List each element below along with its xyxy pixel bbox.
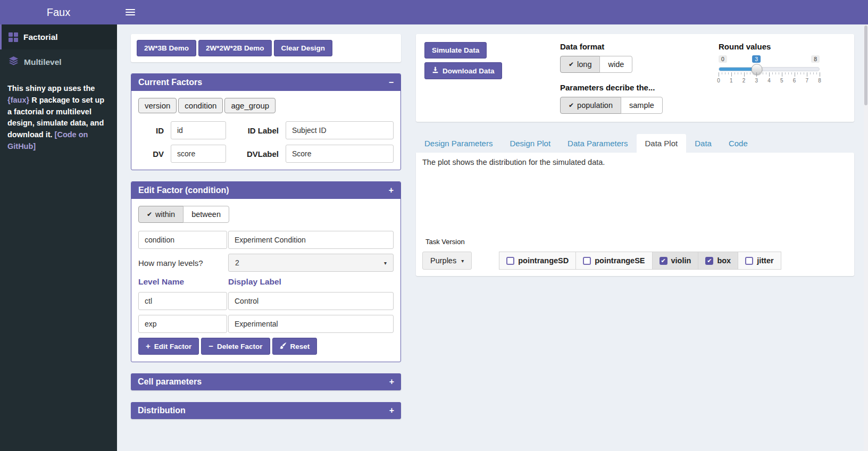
factor-name-row xyxy=(138,231,394,249)
tab-data[interactable]: Data xyxy=(686,134,720,153)
field-label: ID xyxy=(138,126,164,135)
checkbox-icon: ✔ xyxy=(660,257,667,265)
design-demo-button[interactable]: Clear Design xyxy=(274,40,333,56)
field-input[interactable] xyxy=(171,145,226,163)
box-title: Edit Factor (condition) xyxy=(138,186,229,195)
tab-code[interactable]: Code xyxy=(720,134,756,153)
params-describe-toggle: ✔populationsample xyxy=(560,97,663,114)
round-values-slider[interactable]: 0 3 8 012345678 xyxy=(719,67,820,84)
tab-design-plot[interactable]: Design Plot xyxy=(501,134,559,153)
sidebar-item-factorial[interactable]: Factorial xyxy=(0,24,117,49)
check-icon: ✔ xyxy=(147,211,152,218)
design-demo-button[interactable]: 2W*2W*2B Demo xyxy=(198,40,272,56)
download-icon xyxy=(432,66,439,75)
checkbox-pointrangeSD[interactable]: pointrangeSD xyxy=(499,252,576,270)
level-row xyxy=(138,292,394,310)
sidebar-about-text: This shiny app uses the {faux} R package… xyxy=(0,74,117,161)
slider-tick-label: 3 xyxy=(755,78,758,83)
slider-minor-tick xyxy=(791,72,792,74)
level-label-input[interactable] xyxy=(228,315,394,333)
slider-minor-tick xyxy=(728,72,729,74)
level-rows xyxy=(138,292,394,333)
grid-icon xyxy=(9,32,18,42)
sidebar-item-multilevel[interactable]: Multilevel xyxy=(0,49,117,74)
toggle-type-within[interactable]: ✔within xyxy=(138,206,183,223)
level-name-input[interactable] xyxy=(138,292,227,310)
toggle-format-wide[interactable]: wide xyxy=(599,56,632,73)
palette-select[interactable]: Purples ▾ xyxy=(422,252,472,270)
data-column: Simulate Data Download Data Data format … xyxy=(416,34,854,276)
field-input[interactable] xyxy=(171,121,226,139)
toggle-params-sample[interactable]: sample xyxy=(621,97,663,114)
levels-count-select[interactable]: 2 ▾ xyxy=(228,254,394,272)
checkbox-box[interactable]: ✔box xyxy=(698,252,738,270)
brush-icon xyxy=(280,342,287,350)
layers-icon xyxy=(9,56,19,68)
checkbox-jitter[interactable]: jitter xyxy=(738,252,781,270)
factor-label-input[interactable] xyxy=(228,231,394,249)
plus-icon: + xyxy=(146,342,151,350)
minus-icon: − xyxy=(208,342,213,350)
plot-layer-checkbox-group: pointrangeSDpointrangeSE✔violin✔boxjitte… xyxy=(499,252,781,270)
reset-button[interactable]: Reset xyxy=(272,338,318,355)
slider-tick xyxy=(719,72,719,77)
slider-tick xyxy=(820,72,820,77)
sidebar-toggle-icon[interactable] xyxy=(117,0,144,24)
checkbox-violin[interactable]: ✔violin xyxy=(652,252,699,270)
data-format-label: Data format xyxy=(560,42,693,51)
slider-minor-tick xyxy=(804,72,804,74)
slider-max-label: 8 xyxy=(811,55,820,63)
legend-title: Task Version xyxy=(425,238,465,246)
id-dv-grid: IDID LabelDVDVLabel xyxy=(138,121,394,163)
slider-minor-tick xyxy=(797,72,798,74)
slider-tick xyxy=(756,72,757,77)
collapse-minus-icon[interactable]: − xyxy=(389,78,394,87)
level-row xyxy=(138,315,394,333)
page-scrollbar[interactable] xyxy=(864,24,868,451)
collapse-plus-icon[interactable]: + xyxy=(389,186,394,195)
edit-factor-header: Edit Factor (condition) + xyxy=(131,182,400,199)
level-name-input[interactable] xyxy=(138,315,227,333)
plot-controls-row: Purples ▾ pointrangeSDpointrangeSE✔violi… xyxy=(422,252,848,270)
faux-package-link[interactable]: {faux} xyxy=(7,96,29,104)
simulate-data-button[interactable]: Simulate Data xyxy=(424,42,487,59)
design-demo-button[interactable]: 2W*3B Demo xyxy=(137,40,196,56)
display-label-header: Display Label xyxy=(228,277,281,287)
slider-tick-label: 2 xyxy=(742,78,746,83)
field-input[interactable] xyxy=(286,121,394,139)
chevron-down-icon: ▾ xyxy=(384,260,387,266)
tab-data-parameters[interactable]: Data Parameters xyxy=(559,134,636,153)
download-data-button[interactable]: Download Data xyxy=(424,62,502,79)
slider-minor-tick xyxy=(747,72,747,74)
slider-track[interactable] xyxy=(719,67,820,71)
cell-parameters-box[interactable]: Cell parameters + xyxy=(131,373,401,390)
scrollbar-thumb[interactable] xyxy=(864,26,867,105)
slider-minor-tick xyxy=(775,72,776,74)
demo-buttons-box: 2W*3B Demo2W*2W*2B DemoClear Design xyxy=(131,34,401,62)
tab-data-plot[interactable]: Data Plot xyxy=(637,134,687,153)
edit-factor-button[interactable]: +Edit Factor xyxy=(138,338,199,355)
box-title: Distribution xyxy=(138,406,186,415)
sidebar: Factorial Multilevel This shiny app uses… xyxy=(0,24,117,451)
collapse-plus-icon[interactable]: + xyxy=(389,377,394,387)
slider-tick-label: 6 xyxy=(793,78,796,83)
checkbox-pointrangeSE[interactable]: pointrangeSE xyxy=(575,252,652,270)
check-icon: ✔ xyxy=(569,102,574,109)
main-content: 2W*3B Demo2W*2W*2B DemoClear Design Curr… xyxy=(117,24,868,451)
field-input[interactable] xyxy=(286,145,394,163)
factor-chip[interactable]: age_group xyxy=(224,98,276,113)
factor-chip[interactable]: version xyxy=(138,98,177,113)
delete-factor-button[interactable]: −Delete Factor xyxy=(201,338,270,355)
tab-design-parameters[interactable]: Design Parameters xyxy=(416,134,501,153)
toggle-params-population[interactable]: ✔population xyxy=(560,97,621,114)
distribution-box[interactable]: Distribution + xyxy=(131,402,401,419)
level-label-input[interactable] xyxy=(228,292,394,310)
box-title: Current Factors xyxy=(138,78,202,87)
factor-chip[interactable]: condition xyxy=(178,98,223,113)
toggle-type-between[interactable]: between xyxy=(183,206,229,223)
collapse-plus-icon[interactable]: + xyxy=(389,406,394,415)
checkbox-icon xyxy=(583,257,591,265)
toggle-format-long[interactable]: ✔long xyxy=(560,56,600,73)
slider-minor-tick xyxy=(813,72,814,74)
factor-name-input[interactable] xyxy=(138,231,227,249)
